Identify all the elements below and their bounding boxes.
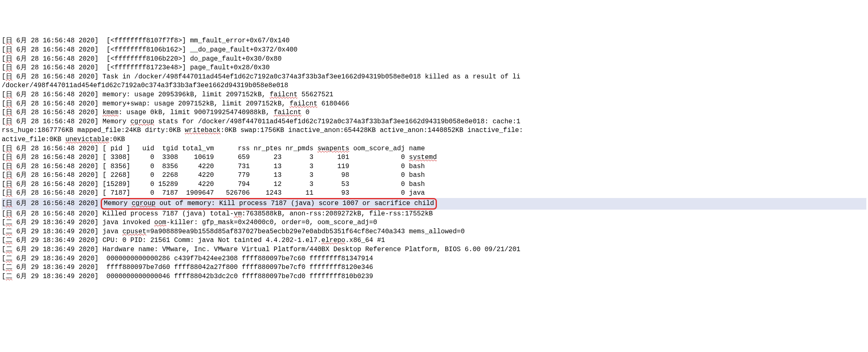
log-line: [日 6月 28 16:56:48 2020] [<ffffffff8107f7… [2,37,866,46]
log-line: [日 6月 28 16:56:48 2020] [ 8356] 0 8356 4… [2,162,866,171]
log-line: [日 6月 28 16:56:48 2020] [ pid ] uid tgid… [2,144,866,154]
log-line: /docker/498f447011ad454ef1d62c7192a0c374… [2,81,866,90]
log-line: [二 6月 29 18:36:49 2020] CPU: 0 PID: 2156… [2,236,866,245]
log-line: [日 6月 28 16:56:48 2020] Killed process 7… [2,210,866,219]
log-line: [二 6月 29 18:36:49 2020] ffff880097be7d60… [2,263,866,272]
log-line: [二 6月 29 18:36:49 2020] 0000000000000046… [2,272,866,281]
log-line: [日 6月 28 16:56:48 2020] [ 2268] 0 2268 4… [2,171,866,180]
log-line: [日 6月 28 16:56:48 2020] memory: usage 20… [2,90,866,100]
log-line: [日 6月 28 16:56:48 2020] [<ffffffff8106b2… [2,55,866,64]
log-line: [二 6月 29 18:36:49 2020] 0000000000000286… [2,254,866,264]
log-line: [二 6月 29 18:36:49 2020] java invoked oom… [2,218,866,227]
log-line: [日 6月 28 16:56:48 2020] [<ffffffff81723e… [2,64,866,73]
log-line: [日 6月 28 16:56:48 2020] Memory cgroup ou… [2,198,866,210]
log-line: [二 6月 29 18:36:49 2020] java cpuset=9a90… [2,227,866,237]
oom-kill-highlight: Memory cgroup out of memory: Kill proces… [101,198,437,210]
log-line: [日 6月 28 16:56:48 2020] kmem: usage 0kB,… [2,108,866,117]
log-line: [二 6月 29 18:36:49 2020] Hardware name: V… [2,245,866,254]
kernel-log-output: [日 6月 28 16:56:48 2020] [<ffffffff8107f7… [2,37,866,281]
log-line: [日 6月 28 16:56:48 2020] memory+swap: usa… [2,100,866,109]
log-line: rss_huge:1867776KB mapped_file:24KB dirt… [2,126,866,135]
log-line: [日 6月 28 16:56:48 2020] [<ffffffff8106b1… [2,46,866,55]
log-line: active_file:0KB unevictable:0KB [2,135,866,144]
log-line: [日 6月 28 16:56:48 2020] [ 3308] 0 3308 1… [2,153,866,162]
log-line: [日 6月 28 16:56:48 2020] [ 7187] 0 7187 1… [2,189,866,198]
log-line: [日 6月 28 16:56:48 2020] [15289] 0 15289 … [2,180,866,189]
log-line: [日 6月 28 16:56:48 2020] Task in /docker/… [2,73,866,82]
log-line: [日 6月 28 16:56:48 2020] Memory cgroup st… [2,117,866,127]
